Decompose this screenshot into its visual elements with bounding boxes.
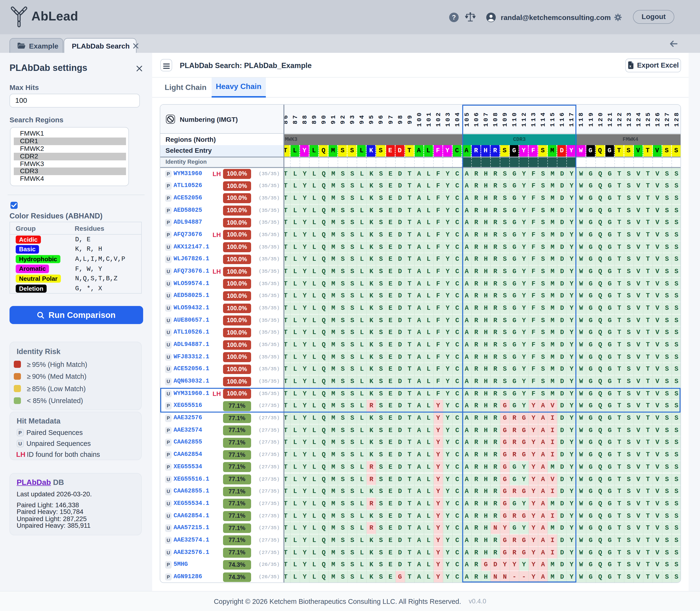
svg-text:x: x: [629, 64, 631, 68]
svg-text:?: ?: [452, 14, 456, 21]
